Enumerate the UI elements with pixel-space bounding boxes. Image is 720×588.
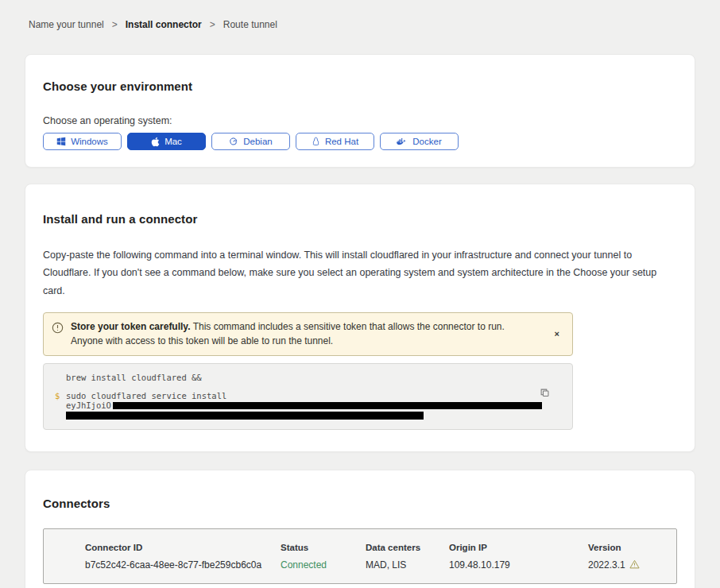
header-connector-id: Connector ID: [85, 543, 281, 552]
os-button-label: Mac: [165, 137, 182, 146]
os-button-docker[interactable]: Docker: [380, 133, 459, 150]
status-badge: Connected: [281, 559, 366, 571]
environment-card-title: Choose your environment: [43, 79, 677, 93]
warning-triangle-icon: [629, 559, 640, 571]
breadcrumb-step-name-your-tunnel[interactable]: Name your tunnel: [29, 19, 104, 30]
copy-icon[interactable]: [538, 386, 552, 402]
connectors-card: Connectors Connector ID Status Data cent…: [25, 470, 695, 588]
breadcrumb: Name your tunnel > Install connector > R…: [0, 0, 720, 30]
close-icon[interactable]: ×: [550, 327, 564, 340]
header-version: Version: [588, 543, 660, 552]
version-cell: 2022.3.1: [588, 559, 660, 571]
windows-icon: [56, 137, 66, 146]
os-button-debian[interactable]: Debian: [211, 133, 290, 150]
os-button-windows[interactable]: Windows: [43, 133, 122, 150]
alert-circle-icon: [52, 322, 64, 336]
header-data-centers: Data centers: [366, 543, 449, 552]
data-centers-value: MAD, LIS: [366, 559, 449, 571]
redacted-token-bar: [113, 402, 542, 409]
install-description: Copy-paste the following command into a …: [43, 246, 677, 300]
os-select-label: Choose an operating system:: [43, 115, 677, 126]
header-origin-ip: Origin IP: [449, 543, 588, 552]
shell-prompt: $: [55, 391, 66, 421]
os-button-label: Windows: [71, 137, 108, 146]
token-warning-banner: Store your token carefully. This command…: [43, 312, 573, 356]
warning-text: Store your token carefully. This command…: [71, 319, 543, 349]
table-row: b7c52c42-6caa-48ee-8c77-fbe259cb6c0a Con…: [85, 559, 660, 571]
code-command-row: $ sudo cloudflared service install eyJhI…: [55, 391, 561, 421]
os-button-group: Windows Mac Debian Red Hat Docker: [43, 133, 677, 150]
code-command-body: sudo cloudflared service install eyJhIjo…: [66, 391, 561, 421]
warning-title: Store your token carefully.: [71, 321, 191, 332]
breadcrumb-step-install-connector[interactable]: Install connector: [126, 19, 202, 30]
connector-id-value: b7c52c42-6caa-48ee-8c77-fbe259cb6c0a: [85, 559, 281, 571]
docker-whale-icon: [397, 137, 408, 146]
choose-environment-card: Choose your environment Choose an operat…: [25, 54, 695, 168]
token-prefix: eyJhIjoiO: [66, 400, 111, 410]
os-button-label: Red Hat: [325, 137, 358, 146]
code-line-brew: brew install cloudflared &&: [66, 373, 561, 382]
code-line-command: sudo cloudflared service install: [66, 391, 226, 400]
breadcrumb-separator: >: [112, 19, 118, 30]
header-status: Status: [281, 543, 366, 552]
install-command-code-block: brew install cloudflared && $ sudo cloud…: [43, 363, 573, 430]
connectors-table: Connector ID Status Data centers Origin …: [43, 528, 677, 584]
debian-icon: [229, 137, 238, 146]
os-button-label: Debian: [243, 137, 272, 146]
os-button-mac[interactable]: Mac: [127, 133, 206, 150]
connectors-card-title: Connectors: [43, 497, 677, 510]
redhat-tux-icon: [312, 137, 320, 147]
version-value: 2022.3.1: [588, 559, 625, 571]
breadcrumb-separator: >: [210, 19, 215, 30]
install-connector-card: Install and run a connector Copy-paste t…: [25, 184, 695, 452]
os-button-redhat[interactable]: Red Hat: [296, 133, 374, 150]
redacted-token-bar: [66, 412, 424, 420]
apple-icon: [151, 137, 160, 147]
install-card-title: Install and run a connector: [43, 212, 677, 226]
connectors-table-header-row: Connector ID Status Data centers Origin …: [85, 543, 660, 552]
breadcrumb-step-route-tunnel[interactable]: Route tunnel: [223, 19, 277, 30]
os-button-label: Docker: [412, 137, 441, 146]
token-line: eyJhIjoiO: [66, 401, 561, 410]
origin-ip-value: 109.48.10.179: [449, 559, 588, 571]
